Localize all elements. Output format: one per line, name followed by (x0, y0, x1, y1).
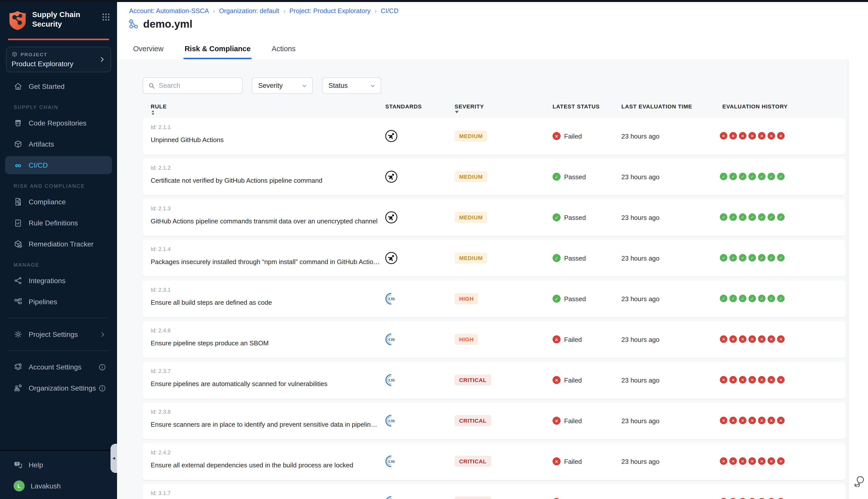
status-filter-select[interactable]: Status (322, 77, 381, 94)
evaluation-history: ✕✕✕✕✕✕✕ (720, 376, 785, 384)
app-window: Supply Chain Security PROJECT Product (0, 0, 868, 499)
rule-id: Id: 2.3.7 (151, 368, 171, 374)
status-label: Failed (564, 376, 582, 384)
table-row[interactable]: Id: 2.3.1 Ensure all build steps are def… (143, 281, 845, 317)
sidebar-collapse-handle[interactable]: ◀ (110, 444, 117, 473)
tab-actions[interactable]: Actions (271, 45, 297, 59)
search-input[interactable] (159, 82, 234, 89)
table-row[interactable]: Id: 3.1.7 CIS CRITICAL ✕ Failed 23 hours… (143, 484, 845, 499)
history-pass-icon: ✓ (739, 173, 746, 180)
breadcrumb-account-link[interactable]: Account: Automation-SSCA (129, 7, 209, 14)
table-row[interactable]: Id: 2.4.6 Ensure pipeline steps produce … (143, 321, 845, 358)
sidebar-item-rule-definitions[interactable]: Rule Definitions (0, 214, 117, 232)
severity-filter-select[interactable]: Severity (252, 77, 313, 94)
sidebar-item-organization-settings[interactable]: Organization Settings (0, 379, 117, 397)
column-header-severity[interactable]: SEVERITY (455, 104, 485, 114)
history-fail-icon: ✕ (748, 498, 756, 499)
page-title: demo.yml (143, 18, 192, 30)
chat-launcher-button[interactable] (853, 475, 865, 487)
table-row[interactable]: Id: 2.1.2 Certificate not verified by Gi… (143, 159, 845, 195)
sidebar-item-help[interactable]: ? Help (0, 456, 117, 474)
latest-status: ✕ Failed (553, 132, 582, 140)
sidebar-item-remediation-tracker[interactable]: Remediation Tracker (0, 235, 117, 253)
module-grid-icon[interactable] (102, 13, 110, 21)
evaluation-history: ✓✓✓✓✓✓✓ (720, 214, 785, 221)
sidebar-item-ci-cd[interactable]: ∞ CI/CD (5, 156, 112, 174)
history-fail-icon: ✕ (720, 132, 727, 139)
sidebar-item-label: Remediation Tracker (29, 240, 94, 248)
owasp-standard-icon (385, 130, 398, 143)
risk-compliance-panel: Severity Status RULE STANDARDS SEVERITY … (117, 59, 848, 499)
last-evaluation-time: 23 hours ago (622, 173, 660, 181)
owasp-standard-icon (385, 130, 398, 143)
accent-divider (8, 39, 109, 40)
status-label: Failed (564, 458, 582, 465)
latest-status: ✕ Failed (553, 335, 582, 343)
sidebar-item-code-repositories[interactable]: Code Repositories (0, 114, 117, 132)
organization-settings-icon (14, 384, 23, 392)
history-fail-icon: ✕ (768, 335, 775, 343)
svg-text:?: ? (16, 462, 18, 466)
project-settings-icon (14, 330, 23, 339)
history-fail-icon: ✕ (739, 335, 746, 343)
table-row[interactable]: Id: 2.1.4 Packages insecurely installed … (143, 240, 845, 277)
sidebar-item-label: Rule Definitions (29, 219, 78, 227)
history-pass-icon: ✓ (748, 173, 756, 180)
table-row[interactable]: Id: 2.1.1 Unpinned GitHub Actions MEDIUM… (143, 118, 845, 155)
cis-standard-icon: CIS (385, 455, 398, 468)
sidebar-item-label: Help (29, 461, 43, 469)
account-settings-icon (14, 363, 23, 372)
rule-id: Id: 2.4.6 (151, 327, 171, 333)
chevron-down-icon (370, 83, 376, 89)
owasp-standard-icon (385, 211, 398, 224)
cis-standard-icon: CIS (385, 414, 398, 427)
latest-status: ✓ Passed (553, 214, 586, 221)
tab-risk-and-compliance[interactable]: Risk & Compliance (184, 45, 252, 59)
sidebar-item-artifacts[interactable]: Artifacts (0, 135, 117, 153)
evaluation-history: ✕✕✕✕✕✕✕ (720, 498, 785, 499)
rule-name: Ensure scanners are in place to identify… (151, 421, 380, 428)
breadcrumb-project-link[interactable]: Project: Product Exploratory (289, 7, 371, 14)
project-box-icon (12, 51, 17, 57)
severity-badge: CRITICAL (455, 497, 491, 499)
app-title: Supply Chain Security (32, 10, 84, 29)
project-selector[interactable]: PROJECT Product Exploratory (6, 47, 111, 72)
user-menu[interactable]: L Lavakush (0, 477, 117, 495)
history-pass-icon: ✓ (777, 295, 785, 302)
svg-text:CIS: CIS (388, 338, 395, 342)
sidebar-item-project-settings[interactable]: Project Settings (0, 325, 117, 343)
rule-id: Id: 2.4.2 (151, 449, 171, 455)
history-fail-icon: ✕ (758, 498, 765, 499)
history-pass-icon: ✓ (739, 214, 746, 221)
page-header: Account: Automation-SSCA › Organization:… (117, 2, 868, 59)
sidebar-item-account-settings[interactable]: Account Settings (0, 358, 117, 376)
sidebar: Supply Chain Security PROJECT Product (0, 0, 117, 499)
info-icon[interactable] (98, 363, 106, 371)
tab-bar: Overview Risk & Compliance Actions (132, 45, 297, 59)
info-icon[interactable] (98, 384, 106, 392)
severity-badge: CRITICAL (455, 375, 491, 386)
latest-status: ✓ Passed (553, 295, 586, 303)
tab-overview[interactable]: Overview (132, 45, 165, 59)
history-pass-icon: ✓ (777, 214, 785, 221)
table-row[interactable]: Id: 2.1.3 GitHub Actions pipeline comman… (143, 199, 845, 236)
history-fail-icon: ✕ (758, 457, 765, 465)
sidebar-item-get-started[interactable]: Get Started (0, 77, 117, 95)
table-row[interactable]: Id: 2.3.7 Ensure pipelines are automatic… (143, 362, 845, 399)
evaluation-history: ✕✕✕✕✕✕✕ (720, 457, 785, 465)
sidebar-item-integrations[interactable]: Integrations (0, 271, 117, 290)
last-evaluation-time: 23 hours ago (622, 377, 660, 384)
table-row[interactable]: Id: 2.3.8 Ensure scanners are in place t… (143, 403, 845, 439)
home-icon (14, 82, 23, 91)
sidebar-item-pipelines[interactable]: Pipelines (0, 293, 117, 311)
table-row[interactable]: Id: 2.4.2 Ensure all external dependenci… (143, 443, 845, 480)
breadcrumb-cicd-link[interactable]: CI/CD (381, 7, 399, 14)
breadcrumb-organization-link[interactable]: Organization: default (219, 7, 279, 14)
history-pass-icon: ✓ (768, 295, 775, 302)
history-pass-icon: ✓ (739, 254, 746, 261)
sidebar-item-compliance[interactable]: Compliance (0, 193, 117, 211)
column-header-rule[interactable]: RULE (151, 104, 168, 115)
last-evaluation-time: 23 hours ago (622, 458, 660, 465)
severity-filter-label: Severity (258, 82, 283, 89)
project-name: Product Exploratory (12, 60, 106, 68)
